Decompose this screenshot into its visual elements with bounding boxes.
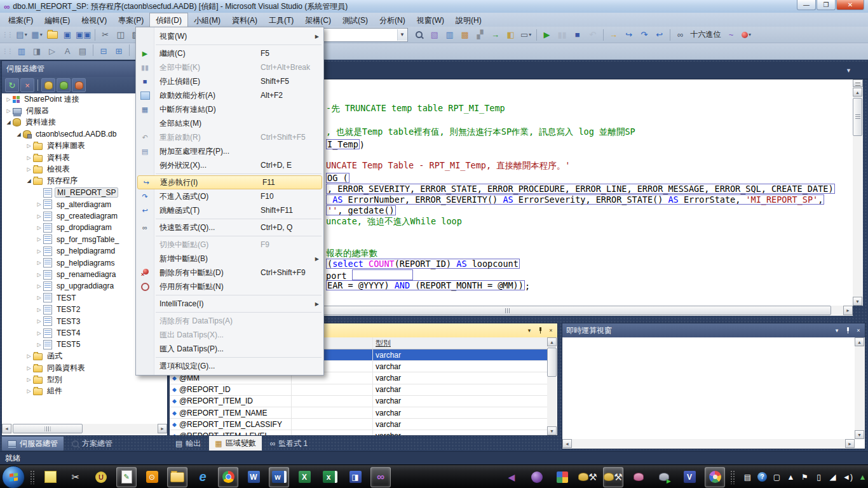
internet-explorer-icon[interactable]: e <box>193 467 213 487</box>
menubar-item-0[interactable]: 檔案(F) <box>3 13 39 27</box>
paint-app-icon[interactable] <box>705 467 725 487</box>
expander-icon[interactable]: ◢ <box>15 132 23 137</box>
tree-item-24[interactable]: ▷型別 <box>2 374 167 385</box>
menu-item-windows[interactable]: 視窗(W)▶ <box>136 29 323 43</box>
scroll-up-icon[interactable]: ▲ <box>547 337 557 346</box>
expander-icon[interactable]: ▷ <box>35 248 43 254</box>
editor-vertical-scrollbar[interactable]: ▲ ▼ <box>853 79 863 306</box>
scroll-thumb[interactable] <box>13 424 83 433</box>
close-button[interactable]: ✕ <box>836 0 864 10</box>
breakpoints-button[interactable]: ▾ <box>740 28 754 42</box>
menubar-item-5[interactable]: 小組(M) <box>188 13 226 27</box>
show-pane-button[interactable]: ◨ <box>30 44 44 58</box>
copy-button[interactable]: ◫ <box>114 28 128 42</box>
menubar-item-4[interactable]: 偵錯(D) <box>149 13 188 27</box>
expander-icon[interactable]: ▷ <box>35 295 43 301</box>
properties-window-button[interactable]: ▤ <box>76 44 90 58</box>
clock-app-icon[interactable]: ⊙ <box>142 467 162 487</box>
locals-vertical-scrollbar[interactable]: ▲ ▼ <box>547 337 557 435</box>
excel-2003-icon[interactable]: X <box>294 467 315 487</box>
expander-icon[interactable]: ◢ <box>25 178 33 184</box>
expander-icon[interactable]: ▷ <box>35 342 43 348</box>
expander-icon[interactable]: ▷ <box>4 97 13 102</box>
stop-refresh-button[interactable]: × <box>20 78 34 92</box>
menu-item-intellitrace[interactable]: IntelliTrace(I)▶ <box>136 297 323 311</box>
expander-icon[interactable]: ▷ <box>35 201 43 207</box>
locals-row-6[interactable]: ◆@REPORT_ITEM_CLASSIFYvarchar <box>170 419 547 430</box>
panel-tab-1[interactable]: ▦區域變數 <box>208 436 262 451</box>
query-designer-button[interactable]: ▥ <box>15 44 29 58</box>
expander-icon[interactable]: ▷ <box>35 307 43 313</box>
ssms-active-icon[interactable]: ⚒ <box>603 467 623 487</box>
scroll-down-icon[interactable]: ▼ <box>853 297 862 306</box>
menu-item-break-all-connections[interactable]: ▦中斷所有連結(D) <box>136 102 323 116</box>
locals-row-7[interactable]: ◆@REPORT_ITEM_LEVELvarchar <box>170 430 547 435</box>
scroll-right-icon[interactable]: ► <box>845 439 855 448</box>
menubar-item-9[interactable]: 測試(S) <box>337 13 374 27</box>
step-into-button[interactable]: ↪ <box>622 28 636 42</box>
immediate-window-body[interactable] <box>562 337 855 439</box>
window-layout-button[interactable]: ◧ <box>504 28 518 42</box>
db-gear-icon[interactable] <box>628 467 649 487</box>
menu-item-disable-all-breakpoints[interactable]: 停用所有中斷點(N) <box>136 280 323 294</box>
media-app-icon[interactable] <box>552 467 573 487</box>
close-panel-icon[interactable]: × <box>855 327 862 334</box>
menu-item-attach-to-process[interactable]: ▤附加至處理程序(P)... <box>136 144 323 158</box>
menu-item-step-into[interactable]: ↪逐步執行(I)F11 <box>137 175 322 189</box>
menu-item-exceptions[interactable]: 例外狀況(X)...Ctrl+D, E <box>136 158 323 172</box>
create-server-button[interactable] <box>57 78 71 92</box>
panel-tab-0[interactable]: ▤輸出 <box>169 436 207 451</box>
menu-item-import-datatips[interactable]: 匯入 DataTips(P)... <box>136 342 323 356</box>
close-panel-icon[interactable]: × <box>548 327 554 334</box>
combobox-dropdown-icon[interactable]: ▼ <box>397 29 407 41</box>
db-export-icon[interactable]: ▶ <box>654 467 674 487</box>
connect-sharepoint-button[interactable] <box>72 78 86 92</box>
open-file-button[interactable] <box>45 28 59 42</box>
menubar-item-11[interactable]: 視窗(W) <box>411 13 450 27</box>
window-position-dropdown-icon[interactable]: ▾ <box>834 327 840 334</box>
menu-item-continue[interactable]: ▶繼續(C)F5 <box>136 46 323 60</box>
refresh-button[interactable]: ↻ <box>5 78 19 92</box>
editor-splitter-handle[interactable] <box>853 79 863 87</box>
menu-item-quickwatch[interactable]: ∞快速監看式(Q)...Ctrl+D, Q <box>136 220 323 234</box>
intellitrace-events-button[interactable]: ~ <box>724 28 738 42</box>
gdrive-tray-icon[interactable]: ▲ <box>858 473 867 482</box>
scroll-down-icon[interactable]: ▼ <box>855 430 864 439</box>
add-item-button[interactable]: ▦▾ <box>30 28 44 42</box>
document-list-dropdown-icon[interactable]: ▼ <box>846 67 851 74</box>
menu-item-new-breakpoint[interactable]: 新增中斷點(B)▶ <box>136 252 323 266</box>
restore-button[interactable]: ❐ <box>817 0 836 10</box>
panel-tab-2[interactable]: ∞監看式 1 <box>264 436 315 451</box>
expander-icon[interactable]: ▷ <box>35 236 43 242</box>
expander-icon[interactable]: ▷ <box>25 166 33 172</box>
tool-tab-0[interactable]: 伺服器總管 <box>1 436 64 451</box>
start-button[interactable] <box>2 466 25 488</box>
hex-display-toggle[interactable]: 十六進位 <box>689 28 723 42</box>
locals-row-4[interactable]: ◆@REPORT_ITEM_IDvarchar <box>170 396 547 407</box>
expander-icon[interactable]: ◢ <box>4 119 13 125</box>
expander-icon[interactable]: ▷ <box>35 330 43 336</box>
keyboard-tray-icon[interactable]: ▤ <box>743 473 752 482</box>
scroll-down-icon[interactable]: ▼ <box>547 426 557 435</box>
minimize-button[interactable]: — <box>797 0 816 10</box>
excel-icon[interactable]: x <box>320 467 340 487</box>
expander-icon[interactable]: ▷ <box>35 318 43 324</box>
menubar-item-6[interactable]: 資料(A) <box>226 13 263 27</box>
expander-icon[interactable]: ▷ <box>4 108 13 114</box>
outdent-button[interactable]: ⊟ <box>97 44 111 58</box>
connect-database-button[interactable] <box>41 78 55 92</box>
tool-tab-1[interactable]: 方案總管 <box>65 436 119 451</box>
menubar-item-7[interactable]: 工具(T) <box>263 13 299 27</box>
scroll-thumb[interactable] <box>853 98 862 136</box>
scroll-right-icon[interactable]: ► <box>158 424 167 433</box>
immediate-vertical-scrollbar[interactable]: ▲ ▼ <box>855 337 865 439</box>
scroll-left-icon[interactable]: ◄ <box>2 424 11 433</box>
expander-icon[interactable]: ▷ <box>35 283 43 289</box>
visual-studio-icon[interactable]: ∞ <box>370 467 391 487</box>
cut-button[interactable]: ✂ <box>98 28 112 42</box>
text-case-button[interactable]: A <box>60 44 74 58</box>
pin-icon[interactable] <box>537 327 543 334</box>
help-tray-icon[interactable]: ? <box>757 472 767 482</box>
debug-stop-button[interactable]: ■ <box>571 28 585 42</box>
menubar-item-12[interactable]: 說明(H) <box>450 13 487 27</box>
